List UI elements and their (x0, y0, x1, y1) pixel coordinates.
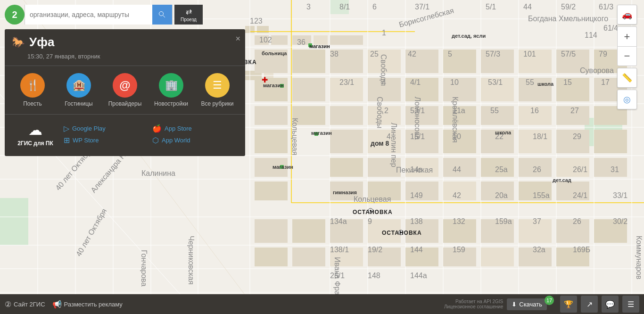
svg-rect-114 (255, 248, 288, 266)
location-button[interactable]: ◎ (617, 90, 637, 109)
download-label: 2ГИС для ПК (17, 140, 53, 147)
svg-text:32a: 32a (533, 246, 545, 254)
download-arrow-icon: ⬇ (512, 301, 517, 308)
city-name: Уфа (29, 35, 54, 50)
app-store-link[interactable]: 🍎 App Store (152, 124, 238, 133)
category-eat[interactable]: 🍴 Поесть (14, 73, 51, 107)
ruler-button[interactable]: 📏 (617, 68, 637, 88)
svg-text:44: 44 (523, 3, 532, 11)
svg-rect-48 (255, 50, 288, 73)
svg-text:42: 42 (453, 191, 461, 199)
route-button[interactable]: ⇄ Проезд (174, 5, 203, 25)
download-btn-wrap: ⬇ Скачать 17 (507, 298, 556, 310)
zoom-out-button[interactable]: − (617, 46, 637, 66)
comment-button[interactable]: 💬 (602, 296, 619, 313)
wp-store-link[interactable]: ⊞ WP Store (64, 136, 149, 145)
hotel-label: Гостиницы (65, 100, 92, 107)
svg-line-227 (163, 16, 165, 18)
zoom-in-button[interactable]: + (617, 26, 637, 46)
category-hotel[interactable]: 🏨 Гостиницы (60, 73, 98, 107)
svg-text:19/2: 19/2 (368, 246, 382, 254)
svg-point-221 (400, 231, 402, 233)
place-ad-label: Разместить рекламу (64, 301, 123, 308)
search-bar: 2 ⇄ Проезд (5, 5, 203, 25)
close-panel-button[interactable]: × (235, 34, 240, 44)
license-info: Лицензионное соглашение (444, 304, 503, 309)
search-input[interactable] (25, 5, 152, 25)
zoom-group: + − (617, 26, 637, 66)
svg-point-226 (159, 12, 164, 16)
svg-text:4/1: 4/1 (410, 78, 421, 86)
bottom-left: ② Сайт 2ГИС 📢 Разместить рекламу (5, 300, 123, 309)
api-info: Работает на API 2GIS (444, 299, 503, 304)
svg-text:79: 79 (599, 50, 607, 58)
all-categories-icon: ☰ (205, 73, 230, 98)
svg-rect-105 (292, 219, 325, 243)
category-grid: 🍴 Поесть 🏨 Гостиницы @ Провайдеры 🏢 Ново… (5, 73, 245, 114)
provider-icon: @ (113, 73, 137, 98)
svg-text:134a: 134a (330, 217, 347, 225)
all-categories-label: Все рубрики (201, 100, 234, 107)
svg-text:Калинина: Калинина (141, 169, 175, 177)
svg-text:114: 114 (585, 31, 597, 39)
svg-text:Свободы: Свободы (380, 54, 388, 86)
svg-text:Свободы: Свободы (376, 97, 384, 128)
logo-button[interactable]: 2 (5, 5, 25, 25)
svg-text:Кольцевая: Кольцевая (354, 195, 391, 203)
svg-rect-120 (481, 248, 514, 266)
category-provider[interactable]: @ Провайдеры (106, 73, 144, 107)
svg-text:10: 10 (453, 132, 461, 140)
svg-rect-104 (255, 219, 288, 243)
svg-text:57/5: 57/5 (561, 50, 576, 58)
svg-rect-107 (368, 219, 401, 243)
panel-divider-2 (5, 114, 245, 115)
svg-text:123: 123 (250, 17, 263, 25)
svg-text:24/1: 24/1 (573, 191, 587, 199)
svg-text:6: 6 (372, 3, 377, 11)
svg-text:36: 36 (297, 38, 305, 46)
svg-text:149: 149 (410, 191, 423, 199)
share-button[interactable]: ↗ (581, 296, 598, 313)
svg-text:57/3: 57/3 (486, 50, 500, 58)
category-new-buildings[interactable]: 🏢 Новостройки (152, 73, 190, 107)
svg-text:22: 22 (495, 132, 504, 140)
city-date: 15:30, 27 января, вторник (5, 52, 245, 66)
site-2gis-link[interactable]: ② Сайт 2ГИС (5, 300, 45, 309)
bottom-bar: ② Сайт 2ГИС 📢 Разместить рекламу Работае… (0, 294, 644, 314)
svg-rect-78 (255, 130, 288, 153)
svg-text:61/4: 61/4 (603, 24, 618, 32)
eat-label: Поесть (23, 100, 42, 107)
svg-text:18/1: 18/1 (533, 132, 547, 140)
svg-text:37/1: 37/1 (415, 3, 429, 11)
map-container: Борисоглебская Кольцевая Кольцевая Ломон… (0, 0, 644, 314)
svg-text:132: 132 (453, 217, 465, 225)
place-ad-link[interactable]: 📢 Разместить рекламу (52, 300, 123, 309)
bottom-info: Работает на API 2GIS Лицензионное соглаш… (444, 299, 503, 309)
download-app-label: Скачать (519, 301, 542, 308)
car-mode-button[interactable]: 🚗 (617, 5, 637, 25)
search-button[interactable] (152, 5, 172, 25)
svg-rect-223 (308, 43, 312, 47)
svg-text:5/1: 5/1 (486, 3, 496, 11)
city-icon: 🐎 (12, 36, 25, 49)
trophy-button[interactable]: 🏆 (560, 296, 577, 313)
svg-rect-59 (292, 78, 325, 101)
svg-text:61/3: 61/3 (599, 3, 613, 11)
svg-text:37: 37 (533, 217, 541, 225)
svg-text:15/1: 15/1 (410, 132, 425, 140)
svg-text:Гончарова: Гончарова (140, 250, 148, 287)
search-input-wrapper (25, 5, 173, 25)
category-all[interactable]: ☰ Все рубрики (198, 73, 236, 107)
menu-button[interactable]: ☰ (622, 296, 639, 313)
svg-text:44: 44 (453, 165, 461, 174)
svg-text:138: 138 (410, 217, 423, 225)
download-app-button[interactable]: ⬇ Скачать (507, 298, 547, 310)
wp-store-label: WP Store (73, 137, 99, 144)
svg-rect-68 (255, 106, 288, 125)
bottom-right: Работает на API 2GIS Лицензионное соглаш… (444, 296, 639, 313)
svg-rect-79 (330, 130, 363, 153)
google-play-link[interactable]: ▷ Google Play (64, 124, 149, 133)
store-links: ▷ Google Play 🍎 App Store ⊞ WP Store ⬡ A… (64, 124, 238, 145)
svg-text:59/2: 59/2 (561, 3, 576, 11)
app-world-link[interactable]: ⬡ App World (152, 136, 238, 145)
